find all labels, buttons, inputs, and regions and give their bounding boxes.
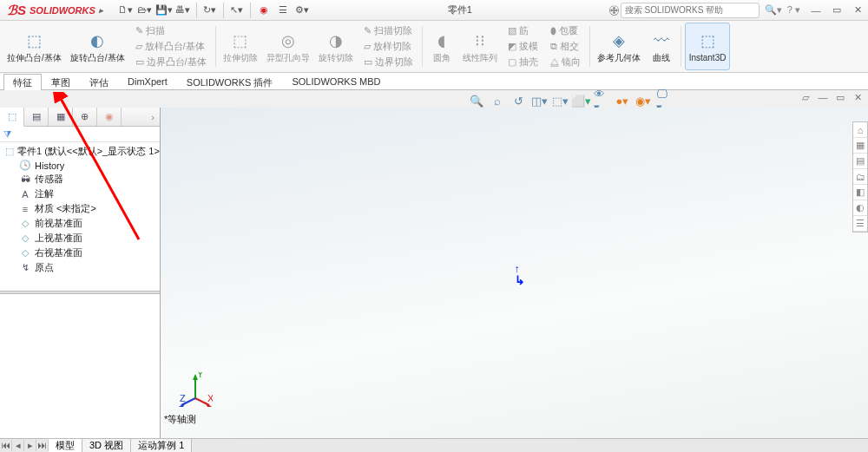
annotation-icon: A	[19, 189, 31, 200]
sweep-cut-button: ✎扫描切除	[358, 23, 418, 38]
tab-dimxpert[interactable]: DimXpert	[118, 74, 177, 90]
motion-manager-tabs: ⏮ ◂ ▸ ⏭ 模型 3D 视图 运动算例 1	[0, 438, 868, 452]
tab-sketch[interactable]: 草图	[42, 74, 80, 90]
search-submit-icon[interactable]: 🔍▾	[765, 4, 782, 16]
revolve-icon: ◐	[87, 30, 108, 51]
doc-close-button[interactable]: ✕	[851, 90, 865, 104]
dimxpert-manager-tab[interactable]: ⊕	[73, 108, 97, 126]
part-icon: ⬚	[5, 146, 14, 157]
graphics-area[interactable]: ↳ Y X Z *等轴测	[161, 108, 868, 438]
ribbon: ⬚ 拉伸凸台/基体 ◐ 旋转凸台/基体 ✎扫描 ▱放样凸台/基体 ▭边界凸台/基…	[0, 21, 868, 73]
hide-show-icon[interactable]: 👁▾	[594, 93, 609, 108]
tree-root-node[interactable]: ⬚ 零件1 (默认<<默认>_显示状态 1>)	[0, 144, 160, 159]
document-window-controls: ▱ — ▭ ✕	[799, 90, 865, 104]
curves-icon: 〰	[651, 30, 672, 51]
hole-wizard-icon: ◎	[278, 30, 299, 51]
tree-tab-more[interactable]: ›	[122, 108, 160, 126]
view-orientation-icon[interactable]: ⬚▾	[552, 93, 568, 108]
feature-tree[interactable]: ⬚ 零件1 (默认<<默认>_显示状态 1>) 🕓History 🕶传感器 A注…	[0, 142, 160, 291]
tab-nav-next[interactable]: ▸	[24, 440, 36, 451]
zoom-area-icon[interactable]: ⌕	[490, 93, 505, 108]
close-button[interactable]: ✕	[847, 2, 868, 19]
restore-button[interactable]: ▭	[826, 2, 847, 19]
material-icon: ≡	[19, 204, 31, 214]
bottom-tab-model[interactable]: 模型	[49, 439, 82, 452]
doc-float-icon[interactable]: ▱	[799, 90, 812, 104]
rebuild-button[interactable]: ↻▾	[201, 2, 219, 19]
doc-restore-button[interactable]: ▭	[833, 90, 847, 104]
extrude-boss-button[interactable]: ⬚ 拉伸凸台/基体	[3, 23, 65, 70]
boundary-button: ▭边界凸台/基体	[130, 55, 212, 69]
tree-filter-row[interactable]: ⧩	[0, 127, 160, 142]
tree-node-annotations[interactable]: A注解	[0, 187, 160, 201]
scene-icon[interactable]: ◉▾	[635, 93, 651, 108]
display-manager-tab[interactable]: ◉	[97, 108, 122, 126]
select-button[interactable]: ↖▾	[228, 2, 246, 19]
help-button[interactable]: ? ▾	[787, 4, 800, 16]
tab-features[interactable]: 特征	[3, 74, 42, 90]
section-view-icon[interactable]: ◫▾	[531, 93, 547, 108]
quick-access-toolbar: 🗋▾ 🗁▾ 💾▾ 🖶▾ ↻▾ ↖▾ ◉ ☰ ⚙▾	[117, 2, 311, 19]
tree-node-material[interactable]: ≡材质 <未指定>	[0, 201, 160, 216]
taskpane-resources-icon[interactable]: ▦	[853, 138, 867, 154]
main-layout: ⬚ ▤ ▦ ⊕ ◉ › ⧩ ⬚ 零件1 (默认<<默认>_显示状态 1>) 🕓H…	[0, 108, 868, 438]
prev-view-icon[interactable]: ↺	[510, 93, 526, 108]
revolve-boss-button[interactable]: ◐ 旋转凸台/基体	[67, 23, 128, 70]
view-triad: Y X Z	[178, 372, 213, 407]
draft-button: ◩拔模	[503, 39, 543, 54]
tab-nav-prev[interactable]: ◂	[12, 440, 24, 451]
rib-draft-group: ▧筋 ◩拔模 ▢抽壳	[503, 23, 543, 70]
config-manager-tab[interactable]: ▦	[49, 108, 73, 126]
tree-node-right-plane[interactable]: ◇右视基准面	[0, 246, 160, 260]
tab-nav-last[interactable]: ⏭	[36, 440, 49, 451]
extrude-cut-button: ⬚ 拉伸切除	[220, 23, 261, 70]
view-settings-icon[interactable]: 🖵▾	[656, 93, 672, 108]
zoom-fit-icon[interactable]: 🔍	[469, 93, 484, 108]
property-manager-tab[interactable]: ▤	[24, 108, 49, 126]
open-file-button[interactable]: 🗁▾	[136, 2, 154, 19]
minimize-button[interactable]: —	[806, 2, 826, 19]
tree-node-sensors[interactable]: 🕶传感器	[0, 172, 160, 187]
rib-button: ▧筋	[503, 23, 543, 38]
taskpane-view-icon[interactable]: ◧	[853, 185, 867, 200]
tab-mbd[interactable]: SOLIDWORKS MBD	[282, 74, 390, 90]
cut-group: ✎扫描切除 ▱放样切除 ▭边界切除	[358, 23, 418, 70]
reference-geometry-button[interactable]: ◈ 参考几何体	[594, 23, 644, 70]
taskpane-library-icon[interactable]: ▤	[853, 154, 867, 169]
bottom-tab-motion[interactable]: 运动算例 1	[131, 439, 192, 452]
taskpane-appearances-icon[interactable]: ◐	[853, 200, 867, 216]
tree-node-top-plane[interactable]: ◇上视基准面	[0, 231, 160, 246]
boundary-cut-button: ▭边界切除	[358, 55, 418, 69]
view-orient-button[interactable]: ☰	[274, 2, 292, 19]
extrude-icon: ⬚	[23, 30, 44, 51]
bottom-tab-3dview[interactable]: 3D 视图	[82, 439, 131, 452]
tree-node-history[interactable]: 🕓History	[0, 159, 160, 172]
ref-geom-icon: ◈	[608, 30, 629, 51]
instant3d-button[interactable]: ⬚ Instant3D	[685, 23, 731, 70]
display-style-icon[interactable]: ⬜▾	[573, 93, 589, 108]
tab-addins[interactable]: SOLIDWORKS 插件	[177, 74, 283, 90]
save-button[interactable]: 💾▾	[155, 2, 173, 19]
doc-minimize-button[interactable]: —	[816, 90, 830, 104]
plane-icon: ◇	[19, 233, 31, 244]
print-button[interactable]: 🖶▾	[174, 2, 192, 19]
tree-node-origin[interactable]: ↯原点	[0, 260, 160, 275]
new-file-button[interactable]: 🗋▾	[117, 2, 135, 19]
search-box[interactable]	[621, 3, 760, 18]
feature-tree-tab[interactable]: ⬚	[0, 108, 24, 127]
curves-button[interactable]: 〰 曲线	[646, 23, 677, 70]
tab-nav-first[interactable]: ⏮	[0, 440, 12, 451]
appearance-icon[interactable]: ●▾	[615, 93, 630, 108]
sweep-button: ✎扫描	[130, 23, 212, 38]
loft-cut-button: ▱放样切除	[358, 39, 418, 54]
tree-node-front-plane[interactable]: ◇前视基准面	[0, 216, 160, 231]
search-input[interactable]	[625, 5, 755, 15]
plane-icon: ◇	[19, 247, 31, 259]
tab-evaluate[interactable]: 评估	[80, 74, 118, 90]
settings-button[interactable]: ⚙▾	[293, 2, 311, 19]
taskpane-home-icon[interactable]: ⌂	[853, 122, 867, 138]
taskpane-explorer-icon[interactable]: 🗂	[853, 169, 867, 185]
options-button[interactable]: ◉	[255, 2, 273, 19]
taskpane-properties-icon[interactable]: ☰	[853, 216, 867, 232]
tab-nav-buttons: ⏮ ◂ ▸ ⏭	[0, 440, 49, 451]
